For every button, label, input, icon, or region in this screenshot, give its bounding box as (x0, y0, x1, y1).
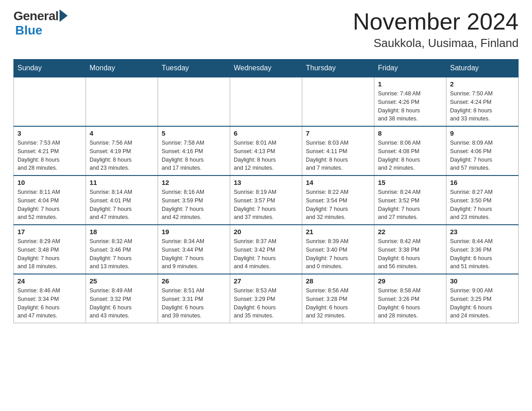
calendar-cell: 2Sunrise: 7:50 AM Sunset: 4:24 PM Daylig… (446, 77, 519, 126)
day-number: 13 (234, 179, 298, 186)
day-number: 12 (162, 179, 226, 186)
calendar-cell: 15Sunrise: 8:24 AM Sunset: 3:52 PM Dayli… (374, 176, 446, 225)
calendar-cell: 22Sunrise: 8:42 AM Sunset: 3:38 PM Dayli… (374, 225, 446, 274)
calendar-cell: 28Sunrise: 8:56 AM Sunset: 3:28 PM Dayli… (302, 274, 374, 323)
calendar-cell: 29Sunrise: 8:58 AM Sunset: 3:26 PM Dayli… (374, 274, 446, 323)
day-info: Sunrise: 9:00 AM Sunset: 3:25 PM Dayligh… (450, 287, 515, 320)
calendar-header-row: SundayMondayTuesdayWednesdayThursdayFrid… (14, 60, 519, 77)
calendar-cell (86, 77, 158, 126)
day-number: 1 (378, 80, 442, 88)
day-number: 6 (234, 129, 298, 137)
logo-arrow-icon (60, 9, 68, 22)
day-of-week-header: Thursday (302, 60, 374, 77)
calendar-week-row: 10Sunrise: 8:11 AM Sunset: 4:04 PM Dayli… (14, 176, 519, 225)
day-of-week-header: Sunday (14, 60, 86, 77)
day-number: 16 (450, 179, 515, 186)
calendar-cell: 23Sunrise: 8:44 AM Sunset: 3:36 PM Dayli… (446, 225, 519, 274)
day-info: Sunrise: 8:37 AM Sunset: 3:42 PM Dayligh… (234, 237, 298, 271)
day-number: 2 (450, 80, 515, 88)
calendar-cell: 17Sunrise: 8:29 AM Sunset: 3:48 PM Dayli… (14, 225, 86, 274)
day-number: 17 (17, 228, 82, 235)
location-title: Saukkola, Uusimaa, Finland (353, 36, 519, 50)
day-number: 8 (378, 129, 442, 137)
calendar-cell: 30Sunrise: 9:00 AM Sunset: 3:25 PM Dayli… (446, 274, 519, 323)
calendar-cell (302, 77, 374, 126)
day-info: Sunrise: 8:03 AM Sunset: 4:11 PM Dayligh… (306, 139, 370, 172)
day-info: Sunrise: 8:14 AM Sunset: 4:01 PM Dayligh… (90, 188, 154, 222)
day-number: 28 (306, 277, 370, 285)
day-number: 14 (306, 179, 370, 186)
day-info: Sunrise: 8:32 AM Sunset: 3:46 PM Dayligh… (90, 237, 154, 271)
calendar-cell: 13Sunrise: 8:19 AM Sunset: 3:57 PM Dayli… (230, 176, 302, 225)
calendar-cell: 19Sunrise: 8:34 AM Sunset: 3:44 PM Dayli… (158, 225, 230, 274)
day-of-week-header: Saturday (446, 60, 519, 77)
day-info: Sunrise: 8:46 AM Sunset: 3:34 PM Dayligh… (17, 287, 82, 320)
calendar-cell: 12Sunrise: 8:16 AM Sunset: 3:59 PM Dayli… (158, 176, 230, 225)
day-info: Sunrise: 8:19 AM Sunset: 3:57 PM Dayligh… (234, 188, 298, 222)
calendar-cell: 26Sunrise: 8:51 AM Sunset: 3:31 PM Dayli… (158, 274, 230, 323)
calendar-cell: 8Sunrise: 8:06 AM Sunset: 4:08 PM Daylig… (374, 126, 446, 176)
logo: General Blue (13, 9, 68, 38)
calendar-cell: 11Sunrise: 8:14 AM Sunset: 4:01 PM Dayli… (86, 176, 158, 225)
calendar-cell: 24Sunrise: 8:46 AM Sunset: 3:34 PM Dayli… (14, 274, 86, 323)
logo-blue-text: Blue (15, 23, 43, 38)
day-number: 20 (234, 228, 298, 235)
calendar-cell: 7Sunrise: 8:03 AM Sunset: 4:11 PM Daylig… (302, 126, 374, 176)
day-info: Sunrise: 8:29 AM Sunset: 3:48 PM Dayligh… (17, 237, 82, 271)
day-info: Sunrise: 7:56 AM Sunset: 4:19 PM Dayligh… (90, 139, 154, 172)
day-info: Sunrise: 7:58 AM Sunset: 4:16 PM Dayligh… (162, 139, 226, 172)
day-of-week-header: Monday (86, 60, 158, 77)
calendar-week-row: 3Sunrise: 7:53 AM Sunset: 4:21 PM Daylig… (14, 126, 519, 176)
day-info: Sunrise: 8:06 AM Sunset: 4:08 PM Dayligh… (378, 139, 442, 172)
day-info: Sunrise: 8:16 AM Sunset: 3:59 PM Dayligh… (162, 188, 226, 222)
day-info: Sunrise: 8:09 AM Sunset: 4:06 PM Dayligh… (450, 139, 515, 172)
day-of-week-header: Tuesday (158, 60, 230, 77)
page-header: General Blue November 2024 Saukkola, Uus… (13, 9, 519, 50)
day-number: 23 (450, 228, 515, 235)
day-info: Sunrise: 8:53 AM Sunset: 3:29 PM Dayligh… (234, 287, 298, 320)
day-number: 9 (450, 129, 515, 137)
day-info: Sunrise: 8:49 AM Sunset: 3:32 PM Dayligh… (90, 287, 154, 320)
calendar-cell: 4Sunrise: 7:56 AM Sunset: 4:19 PM Daylig… (86, 126, 158, 176)
day-info: Sunrise: 8:39 AM Sunset: 3:40 PM Dayligh… (306, 237, 370, 271)
title-block: November 2024 Saukkola, Uusimaa, Finland (353, 9, 519, 50)
day-number: 27 (234, 277, 298, 285)
calendar-cell: 16Sunrise: 8:27 AM Sunset: 3:50 PM Dayli… (446, 176, 519, 225)
day-number: 10 (17, 179, 82, 186)
day-number: 15 (378, 179, 442, 186)
day-info: Sunrise: 8:22 AM Sunset: 3:54 PM Dayligh… (306, 188, 370, 222)
day-number: 30 (450, 277, 515, 285)
day-of-week-header: Wednesday (230, 60, 302, 77)
day-number: 21 (306, 228, 370, 235)
calendar-cell: 9Sunrise: 8:09 AM Sunset: 4:06 PM Daylig… (446, 126, 519, 176)
calendar-cell: 6Sunrise: 8:01 AM Sunset: 4:13 PM Daylig… (230, 126, 302, 176)
day-number: 18 (90, 228, 154, 235)
calendar-table: SundayMondayTuesdayWednesdayThursdayFrid… (13, 59, 519, 323)
day-info: Sunrise: 8:51 AM Sunset: 3:31 PM Dayligh… (162, 287, 226, 320)
day-number: 4 (90, 129, 154, 137)
calendar-cell: 3Sunrise: 7:53 AM Sunset: 4:21 PM Daylig… (14, 126, 86, 176)
day-info: Sunrise: 8:42 AM Sunset: 3:38 PM Dayligh… (378, 237, 442, 271)
calendar-cell (158, 77, 230, 126)
calendar-cell (230, 77, 302, 126)
calendar-cell: 18Sunrise: 8:32 AM Sunset: 3:46 PM Dayli… (86, 225, 158, 274)
day-info: Sunrise: 8:56 AM Sunset: 3:28 PM Dayligh… (306, 287, 370, 320)
day-info: Sunrise: 8:01 AM Sunset: 4:13 PM Dayligh… (234, 139, 298, 172)
day-info: Sunrise: 7:50 AM Sunset: 4:24 PM Dayligh… (450, 90, 515, 123)
calendar-cell: 21Sunrise: 8:39 AM Sunset: 3:40 PM Dayli… (302, 225, 374, 274)
calendar-cell: 20Sunrise: 8:37 AM Sunset: 3:42 PM Dayli… (230, 225, 302, 274)
day-info: Sunrise: 8:27 AM Sunset: 3:50 PM Dayligh… (450, 188, 515, 222)
day-number: 24 (17, 277, 82, 285)
calendar-cell: 27Sunrise: 8:53 AM Sunset: 3:29 PM Dayli… (230, 274, 302, 323)
day-number: 26 (162, 277, 226, 285)
day-number: 25 (90, 277, 154, 285)
day-info: Sunrise: 8:58 AM Sunset: 3:26 PM Dayligh… (378, 287, 442, 320)
day-number: 29 (378, 277, 442, 285)
day-number: 22 (378, 228, 442, 235)
day-number: 7 (306, 129, 370, 137)
day-of-week-header: Friday (374, 60, 446, 77)
calendar-cell: 10Sunrise: 8:11 AM Sunset: 4:04 PM Dayli… (14, 176, 86, 225)
day-info: Sunrise: 7:53 AM Sunset: 4:21 PM Dayligh… (17, 139, 82, 172)
day-info: Sunrise: 8:11 AM Sunset: 4:04 PM Dayligh… (17, 188, 82, 222)
day-info: Sunrise: 8:34 AM Sunset: 3:44 PM Dayligh… (162, 237, 226, 271)
